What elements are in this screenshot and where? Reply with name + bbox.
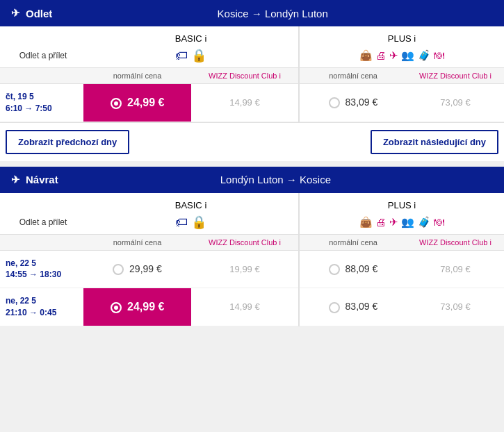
- departure-table: BASIC i PLUS i Odlet a přílet 🏷 🔒 👜 🖨: [0, 26, 504, 122]
- return-plus-discount-1: 78,09 €: [407, 250, 504, 288]
- return-price-label-row: normální cena WIZZ Discount Club i normá…: [0, 234, 504, 250]
- return-plus-price-1[interactable]: 88,09 €: [299, 250, 407, 288]
- people-icon: 👥: [401, 49, 414, 61]
- return-basic-selected-price-2[interactable]: 24,99 €: [83, 288, 191, 326]
- return-basic-tier-header: BASIC i: [83, 193, 299, 210]
- return-plane-icon: ✈: [389, 216, 398, 228]
- return-plus-tier-header: PLUS i: [299, 193, 504, 210]
- next-days-button[interactable]: Zobrazit následující dny: [371, 130, 498, 154]
- return-day-1: ne, 22 5: [6, 258, 36, 268]
- plane-icon: ✈: [389, 49, 398, 61]
- return-icons-row: Odlet a přílet 🏷 🔒 👜 🖨 ✈ 👥 🧳 🍽: [0, 210, 504, 235]
- return-plus-discount-label: WIZZ Discount Club i: [407, 234, 504, 250]
- prev-days-button[interactable]: Zobrazit předchozí dny: [6, 130, 129, 154]
- return-plus-discount-text: WIZZ Discount Club: [419, 238, 487, 247]
- return-plus-discount-info[interactable]: i: [490, 238, 491, 247]
- return-plus-icons: 👜 🖨 ✈ 👥 🧳 🍽: [299, 210, 504, 235]
- return-plus-price-val-2: 83,09 €: [346, 301, 378, 312]
- return-basic-label: BASIC: [175, 200, 202, 210]
- plus-discount-info[interactable]: i: [490, 72, 491, 80]
- basic-discount-label: WIZZ Discount Club i: [191, 68, 299, 84]
- return-luggage-icon: 🧳: [418, 216, 431, 228]
- departure-route: Kosice → Londýn Luton: [52, 8, 493, 19]
- return-basic-price-val-2: 24,99 €: [127, 301, 164, 313]
- return-empty-cell: [0, 193, 83, 210]
- basic-label: BASIC: [175, 33, 202, 44]
- return-plus-discount-2: 73,09 €: [407, 288, 504, 326]
- basic-discount-info[interactable]: i: [279, 72, 281, 80]
- return-day-2: ne, 22 5: [6, 296, 36, 306]
- luggage-icon: 🧳: [418, 49, 431, 61]
- departure-plus-radio-1[interactable]: [329, 97, 340, 108]
- departure-plus-price-1[interactable]: 83,09 €: [299, 84, 407, 122]
- return-flight-time-1: ne, 22 5 14:55 → 18:30: [0, 250, 83, 288]
- departure-basic-discount-1: 14,99 €: [191, 84, 299, 122]
- plus-icons: 👜 🖨 ✈ 👥 🧳 🍽: [299, 44, 504, 68]
- departure-basic-price-1: 24,99 €: [127, 97, 164, 108]
- return-label: Návrat: [26, 174, 58, 185]
- return-radio-selected-2[interactable]: [111, 302, 122, 313]
- return-basic-icons: 🏷 🔒: [83, 210, 299, 235]
- return-basic-info-icon[interactable]: i: [204, 200, 206, 210]
- return-basic-discount-price-2: 14,99 €: [191, 288, 299, 326]
- lock-icon: 🔒: [191, 49, 206, 63]
- return-section: ✈ Návrat Londýn Luton → Kosice BASIC i P…: [0, 167, 504, 326]
- return-time-2: 21:10 → 0:45: [6, 308, 56, 317]
- return-basic-price-1[interactable]: 29,99 €: [83, 250, 191, 288]
- return-basic-discount-text: WIZZ Discount Club: [209, 238, 277, 247]
- departure-plus-price-val-1: 83,09 €: [346, 97, 378, 108]
- tier-header-row: BASIC i PLUS i: [0, 26, 504, 44]
- plus-tier-header: PLUS i: [299, 26, 504, 44]
- return-basic-discount-info[interactable]: i: [279, 238, 281, 247]
- departure-label: Odlet: [26, 8, 52, 19]
- departure-flight-time-1: čt, 19 5 6:10 → 7:50: [0, 84, 83, 122]
- return-header: ✈ Návrat Londýn Luton → Kosice: [0, 167, 504, 193]
- departure-price-label-row: normální cena WIZZ Discount Club i normá…: [0, 68, 504, 84]
- return-tier-header-row: BASIC i PLUS i: [0, 193, 504, 210]
- return-flight-row-2: ne, 22 5 21:10 → 0:45 24,99 € 14,99 € 83…: [0, 288, 504, 326]
- return-time-1: 14:55 → 18:30: [6, 269, 61, 279]
- return-plus-price-2[interactable]: 83,09 €: [299, 288, 407, 326]
- return-food-icon: 🍽: [434, 216, 444, 228]
- empty-cell: [0, 26, 83, 44]
- bag-icon: 👜: [359, 49, 373, 61]
- departure-time-1: 6:10 → 7:50: [6, 103, 52, 113]
- plus-discount-text: WIZZ Discount Club: [419, 72, 487, 80]
- departure-plus-discount-1: 73,09 €: [407, 84, 504, 122]
- return-plus-price-val-1: 88,09 €: [346, 263, 378, 274]
- return-plus-radio-2[interactable]: [329, 302, 340, 313]
- return-tag-icon: 🏷: [175, 215, 188, 229]
- basic-normal-label: normální cena: [83, 68, 191, 84]
- departure-radio-selected-1[interactable]: [111, 98, 122, 109]
- return-route: Londýn Luton → Kosice: [58, 174, 493, 185]
- basic-info-icon[interactable]: i: [204, 33, 206, 44]
- plus-discount-label: WIZZ Discount Club i: [407, 68, 504, 84]
- departure-icon: ✈: [11, 7, 20, 19]
- departure-nav-buttons: Zobrazit předchozí dny Zobrazit následuj…: [0, 122, 504, 161]
- empty-price-label: [0, 68, 83, 84]
- return-radio-1[interactable]: [113, 264, 124, 275]
- return-table: BASIC i PLUS i Odlet a přílet 🏷 🔒 👜 🖨: [0, 193, 504, 326]
- basic-icons: 🏷 🔒: [83, 44, 299, 68]
- plus-label: PLUS: [388, 33, 412, 44]
- plus-normal-label: normální cena: [299, 68, 407, 84]
- return-plus-radio-1[interactable]: [329, 264, 340, 275]
- plus-info-icon[interactable]: i: [414, 33, 416, 44]
- return-plus-normal-label: normální cena: [299, 234, 407, 250]
- basic-tier-header: BASIC i: [83, 26, 299, 44]
- tag-icon: 🏷: [175, 49, 188, 63]
- return-plus-label: PLUS: [388, 200, 412, 210]
- return-print-icon: 🖨: [375, 216, 386, 228]
- food-icon: 🍽: [434, 49, 444, 61]
- basic-discount-text: WIZZ Discount Club: [209, 72, 277, 80]
- departure-header: ✈ Odlet Kosice → Londýn Luton: [0, 0, 504, 26]
- departure-icons-row: Odlet a přílet 🏷 🔒 👜 🖨 ✈ 👥 🧳 🍽: [0, 44, 504, 68]
- return-people-icon: 👥: [401, 216, 414, 228]
- return-bag-icon: 👜: [359, 216, 373, 228]
- return-basic-price-val-1: 29,99 €: [129, 263, 162, 274]
- return-empty-price-label: [0, 234, 83, 250]
- return-plus-info-icon[interactable]: i: [414, 200, 416, 210]
- departure-basic-selected-price-1[interactable]: 24,99 €: [83, 84, 191, 122]
- return-basic-discount-label: WIZZ Discount Club i: [191, 234, 299, 250]
- return-flight-row-1: ne, 22 5 14:55 → 18:30 29,99 € 19,99 € 8…: [0, 250, 504, 288]
